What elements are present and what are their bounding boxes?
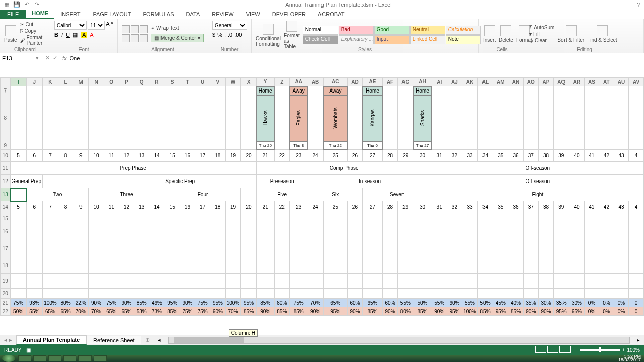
system-tray[interactable]: 3:52 PM18/02/2017 bbox=[618, 355, 644, 362]
clear-button[interactable]: ◇ Clear bbox=[529, 38, 554, 43]
formula-input[interactable] bbox=[69, 54, 644, 62]
taskbar-ie[interactable] bbox=[18, 355, 31, 361]
scroll-left-icon[interactable]: ◂ bbox=[158, 337, 161, 343]
formula-expand-area bbox=[0, 63, 644, 77]
formula-bar: E13 ▾ ✕ ✓ fx bbox=[0, 53, 644, 63]
format-as-table-button[interactable]: Format as Table bbox=[284, 21, 300, 49]
style-normal[interactable]: Normal bbox=[303, 26, 338, 35]
tab-acrobat[interactable]: ACROBAT bbox=[312, 10, 350, 19]
group-label-alignment: Alignment bbox=[118, 47, 208, 52]
cell-styles-gallery[interactable]: Normal Bad Good Neutral Calculation Chec… bbox=[303, 26, 481, 44]
currency-button[interactable]: $ bbox=[212, 32, 215, 38]
font-size-select[interactable]: 11 bbox=[88, 21, 105, 30]
tab-review[interactable]: REVIEW bbox=[206, 10, 239, 19]
group-label-font: Font bbox=[50, 47, 117, 52]
style-check-cell[interactable]: Check Cell bbox=[303, 35, 338, 44]
name-box[interactable]: E13 bbox=[0, 54, 32, 62]
ribbon: Paste ✂ Cut ⎘ Copy 🖌 Format Painter Clip… bbox=[0, 19, 644, 53]
insert-cells-button[interactable]: Insert bbox=[483, 25, 496, 43]
save-icon[interactable]: 💾 bbox=[13, 1, 20, 8]
font-color-button[interactable]: A bbox=[90, 32, 93, 38]
tab-view[interactable]: VIEW bbox=[240, 10, 266, 19]
style-explanatory[interactable]: Explanatory ... bbox=[339, 35, 374, 44]
tab-home[interactable]: HOME bbox=[26, 9, 54, 19]
macro-record-icon[interactable]: ▣ bbox=[26, 347, 31, 353]
cut-button[interactable]: ✂ Cut bbox=[20, 22, 46, 27]
add-sheet-button[interactable]: ⊕ bbox=[141, 337, 154, 343]
horizontal-scrollbar[interactable]: Column: H bbox=[168, 337, 630, 344]
increase-decimal-button[interactable]: .0 bbox=[228, 32, 232, 38]
find-select-button[interactable]: Find & Select bbox=[587, 25, 617, 43]
underline-button[interactable]: U bbox=[66, 32, 70, 38]
taskbar-chrome[interactable] bbox=[63, 355, 76, 361]
style-bad[interactable]: Bad bbox=[339, 26, 374, 35]
fill-color-button[interactable]: A bbox=[81, 32, 87, 38]
number-format-select[interactable]: General bbox=[212, 21, 247, 30]
sheet-tab-reference[interactable]: Reference Sheet bbox=[87, 336, 141, 344]
decrease-decimal-button[interactable]: .00 bbox=[234, 32, 242, 38]
group-label-styles: Styles bbox=[252, 47, 478, 52]
tab-insert[interactable]: INSERT bbox=[54, 10, 87, 19]
taskbar-media[interactable] bbox=[48, 355, 61, 361]
style-good[interactable]: Good bbox=[374, 26, 410, 35]
excel-icon: ▦ bbox=[3, 1, 10, 8]
tab-file[interactable]: FILE bbox=[0, 10, 26, 19]
view-buttons[interactable] bbox=[535, 346, 571, 354]
taskbar-powerpoint[interactable] bbox=[94, 355, 107, 361]
taskbar-excel[interactable] bbox=[78, 355, 92, 361]
status-bar: READY ▣ −+ 100% bbox=[0, 345, 644, 355]
help-icon[interactable]: ? bbox=[637, 2, 644, 8]
border-button[interactable]: ▦ bbox=[73, 32, 78, 38]
group-label-clipboard: Clipboard bbox=[0, 47, 50, 52]
enter-formula-icon[interactable]: ✓ bbox=[53, 55, 57, 61]
window-title: Annual Training Plan Template.xlsm - Exc… bbox=[40, 2, 637, 8]
fill-button[interactable]: ▾ Fill bbox=[529, 31, 554, 37]
tab-formulas[interactable]: FORMULAS bbox=[137, 10, 180, 19]
delete-cells-button[interactable]: Delete bbox=[499, 25, 513, 43]
status-ready: READY bbox=[4, 347, 21, 353]
zoom-control[interactable]: −+ 100% bbox=[575, 347, 640, 353]
redo-icon[interactable]: ↷ bbox=[33, 1, 40, 8]
style-linked-cell[interactable]: Linked Cell bbox=[410, 35, 445, 44]
tab-data[interactable]: DATA bbox=[180, 10, 206, 19]
percent-button[interactable]: % bbox=[217, 32, 222, 38]
paste-button[interactable]: Paste bbox=[4, 25, 17, 43]
start-button[interactable] bbox=[2, 355, 15, 362]
font-name-select[interactable]: Calibri bbox=[54, 21, 87, 30]
windows-taskbar: 3:52 PM18/02/2017 bbox=[0, 355, 644, 362]
sort-filter-button[interactable]: Sort & Filter bbox=[557, 25, 584, 43]
decrease-font-icon[interactable]: A bbox=[111, 21, 113, 30]
taskbar-explorer[interactable] bbox=[33, 355, 46, 361]
style-neutral[interactable]: Neutral bbox=[410, 26, 445, 35]
fx-icon[interactable]: fx bbox=[60, 55, 69, 61]
cancel-formula-icon[interactable]: ✕ bbox=[45, 55, 50, 61]
comma-button[interactable]: , bbox=[224, 32, 226, 38]
style-calculation[interactable]: Calculation bbox=[446, 26, 481, 35]
scroll-tooltip: Column: H bbox=[229, 329, 258, 337]
quick-access-toolbar: ▦ 💾 ↶ ↷ bbox=[0, 1, 40, 8]
undo-icon[interactable]: ↶ bbox=[23, 1, 30, 8]
conditional-formatting-button[interactable]: Conditional Formatting bbox=[256, 24, 281, 47]
format-painter-button[interactable]: 🖌 Format Painter bbox=[20, 35, 46, 46]
autosum-button[interactable]: Σ AutoSum bbox=[529, 25, 554, 30]
group-label-cells: Cells bbox=[479, 47, 525, 52]
style-input[interactable]: Input bbox=[374, 35, 410, 44]
increase-font-icon[interactable]: A bbox=[106, 21, 109, 30]
scroll-right-icon[interactable]: ▸ bbox=[637, 337, 640, 343]
bold-button[interactable]: B bbox=[54, 32, 58, 38]
alignment-buttons[interactable] bbox=[122, 25, 148, 42]
merge-center-button[interactable]: ▦ Merge & Center ▾ bbox=[151, 34, 204, 42]
wrap-text-button[interactable]: ⤶ Wrap Text bbox=[151, 25, 204, 31]
sheet-tab-bar: ◂▸ Annual Plan Template Reference Sheet … bbox=[0, 335, 644, 345]
italic-button[interactable]: I bbox=[61, 32, 63, 38]
sheet-nav-buttons[interactable]: ◂▸ bbox=[0, 337, 16, 343]
sheet-tab-annual-plan[interactable]: Annual Plan Template bbox=[16, 335, 87, 345]
tab-developer[interactable]: DEVELOPER bbox=[266, 10, 312, 19]
title-bar: ▦ 💾 ↶ ↷ Annual Training Plan Template.xl… bbox=[0, 0, 644, 9]
tab-page-layout[interactable]: PAGE LAYOUT bbox=[87, 10, 137, 19]
group-label-number: Number bbox=[208, 47, 251, 52]
copy-button[interactable]: ⎘ Copy bbox=[20, 28, 46, 34]
group-label-editing: Editing bbox=[525, 47, 643, 52]
spreadsheet-grid[interactable]: IJKLMNOPQRSTUVWXYZAAABACADAEAFAGAHAIAJAK… bbox=[0, 77, 644, 330]
style-note[interactable]: Note bbox=[446, 35, 481, 44]
